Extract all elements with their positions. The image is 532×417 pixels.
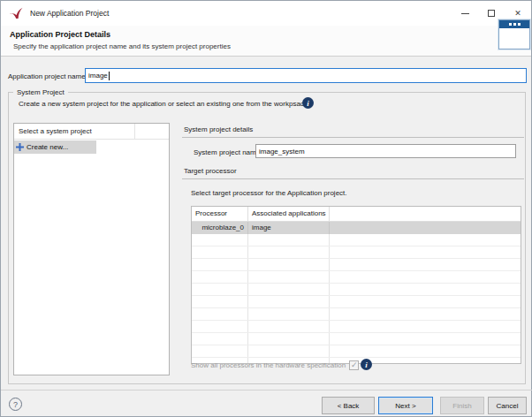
table-cell: image [248,222,330,234]
page-title: Application Project Details [10,30,110,39]
table-cell [330,284,521,295]
table-cell [330,333,521,345]
section-divider [182,137,524,138]
table-cell [248,296,330,307]
info-icon[interactable]: i [302,97,314,109]
table-cell [330,296,521,307]
table-cell [330,345,521,357]
banner-dot [513,23,516,26]
table-cell [192,296,248,307]
table-cell [248,234,330,246]
info-icon[interactable]: i [361,359,372,370]
help-button[interactable]: ? [9,398,22,411]
table-cell [192,321,248,332]
table-cell [248,345,330,357]
banner-titlebar [499,20,529,28]
table-cell [192,259,248,270]
table-row-empty [192,345,521,358]
application-project-name-input[interactable]: image [85,68,527,83]
system-project-name-input[interactable]: image_system [255,144,516,158]
processor-table: Processor Associated applications microb… [191,206,521,364]
table-cell [192,308,248,320]
table-row-processor[interactable]: microblaze_0image [192,222,521,234]
table-row-empty [192,271,521,284]
table-cell [192,284,248,295]
table-cell [248,321,330,332]
table-cell [330,321,521,332]
maximize-icon [488,10,495,17]
system-project-list-header[interactable]: Select a system project [14,124,169,140]
target-processor-description: Select target processor for the Applicat… [191,189,347,197]
table-cell: microblaze_0 [192,222,248,234]
table-cell [192,271,248,283]
window-title: New Application Project [30,9,109,18]
plus-icon [16,143,24,151]
table-cell [330,259,521,270]
cancel-button[interactable]: Cancel [488,397,527,414]
section-divider [182,178,524,179]
system-project-group-title: System Project [13,88,68,96]
table-row-empty [192,259,521,271]
application-project-name-label: Application project name: [8,72,87,80]
info-glyph: i [307,99,309,108]
table-cell [330,271,521,283]
banner-dot [518,23,521,26]
back-button[interactable]: < Back [322,397,375,414]
next-button[interactable]: Next > [378,397,433,414]
table-row-empty [192,308,521,321]
wizard-banner-window-icon [498,19,530,49]
list-item-label: Create new... [27,143,68,151]
check-icon: ✓ [351,361,358,369]
system-project-name-value: image_system [259,148,305,155]
table-cell [248,284,330,295]
table-cell [192,333,248,345]
minimize-icon [461,13,469,14]
footer-divider [1,390,532,390]
show-all-processors-checkbox: ✓ [349,360,359,370]
title-bar: New Application Project ✕ [1,1,531,26]
table-cell [192,234,248,246]
table-cell [248,246,330,258]
processor-table-rows: microblaze_0image [192,222,521,364]
column-header-processor[interactable]: Processor [192,207,248,221]
text-caret [109,72,110,80]
table-row-empty [192,234,521,246]
system-project-list: Select a system project Create new... [13,123,170,375]
show-all-processors-row: Show all processors in the hardware spec… [191,360,359,370]
table-cell [248,271,330,283]
table-cell [330,234,521,246]
table-cell [330,308,521,320]
new-application-project-dialog: New Application Project ✕ Application Pr… [0,0,532,417]
table-row-empty [192,321,521,333]
system-project-description: Create a new system project for the appl… [19,100,308,108]
help-icon: ? [13,400,18,409]
column-header-associated-applications[interactable]: Associated applications [248,207,330,221]
system-project-details-title: System project details [184,125,253,133]
table-cell [248,308,330,320]
close-icon: ✕ [514,10,521,18]
table-cell [330,222,521,234]
processor-table-header: Processor Associated applications [192,207,521,222]
page-subtitle: Specify the application project name and… [13,42,231,50]
target-processor-title: Target processor [184,167,237,175]
finish-button: Finish [440,397,484,414]
column-header-empty [330,207,521,221]
list-item-create-new[interactable]: Create new... [14,140,96,154]
table-cell [248,259,330,270]
info-glyph: i [365,360,368,369]
wizard-header: Application Project Details Specify the … [1,26,531,57]
table-row-empty [192,333,521,345]
minimize-button[interactable] [452,1,478,26]
table-row-empty [192,284,521,296]
table-row-empty [192,246,521,259]
table-row-empty [192,296,521,308]
system-project-name-label: System project name: [194,148,262,156]
table-cell [192,246,248,258]
xilinx-logo-icon [9,7,23,19]
table-cell [248,333,330,345]
table-cell [330,246,521,258]
application-project-name-value: image [88,72,108,80]
banner-dot [509,23,512,26]
show-all-processors-label: Show all processors in the hardware spec… [191,361,346,369]
table-cell [192,345,248,357]
